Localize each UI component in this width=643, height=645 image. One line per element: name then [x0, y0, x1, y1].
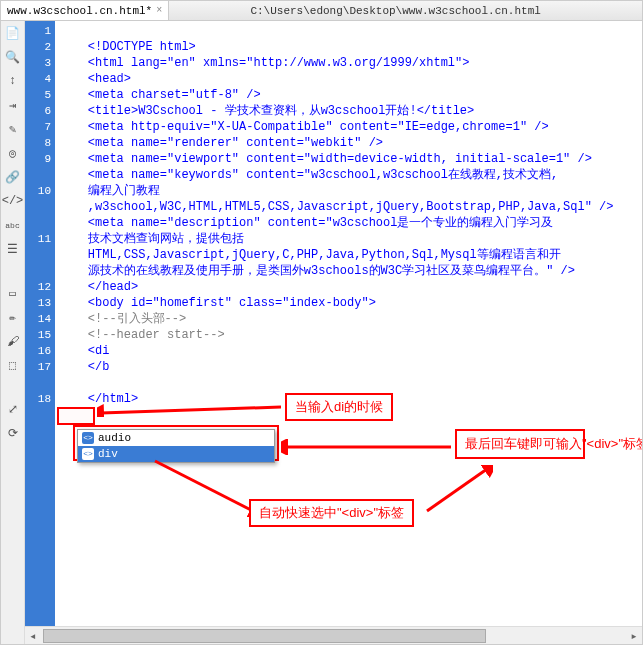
- active-tab[interactable]: www.w3cschool.cn.html* ×: [1, 1, 169, 20]
- tag-icon: <>: [82, 432, 94, 444]
- code-line[interactable]: </head>: [59, 279, 638, 295]
- horizontal-scrollbar[interactable]: ◄ ►: [25, 626, 642, 644]
- annotation-3: 自动快速选中"<div>"标签: [249, 499, 414, 527]
- svg-line-5: [155, 461, 253, 511]
- code-line[interactable]: <!DOCTYPE html>: [59, 39, 638, 55]
- code-line[interactable]: <body id="homefirst" class="index-body">: [59, 295, 638, 311]
- autocomplete-label: audio: [98, 430, 131, 446]
- code-icon[interactable]: </>: [5, 193, 21, 209]
- tab-label: www.w3cschool.cn.html*: [7, 5, 152, 17]
- brush-icon[interactable]: 🖌: [5, 333, 21, 349]
- code-line[interactable]: 技术文档查询网站，提供包括: [59, 231, 638, 247]
- sync-icon[interactable]: ⟳: [5, 425, 21, 441]
- code-line[interactable]: <meta name="keywords" content="w3cschool…: [59, 167, 638, 183]
- code-line[interactable]: HTML,CSS,Javascript,jQuery,C,PHP,Java,Py…: [59, 247, 638, 263]
- code-line[interactable]: ,w3school,W3C,HTML,HTML5,CSS,Javascript,…: [59, 199, 638, 215]
- scroll-left-icon[interactable]: ◄: [25, 628, 41, 644]
- zoom-icon[interactable]: 🔍: [5, 49, 21, 65]
- filepath-label: C:\Users\edong\Desktop\www.w3cschool.cn.…: [169, 5, 642, 17]
- titlebar: www.w3cschool.cn.html* × C:\Users\edong\…: [1, 1, 642, 21]
- code-line[interactable]: <!--引入头部-->: [59, 311, 638, 327]
- main-area: 📄 🔍 ↕ ⇥ ✎ ◎ 🔗 </> abc ☰ ▭ ✏ 🖌 ⬚ ⤢ ⟳ 1234…: [1, 21, 642, 644]
- expand-icon[interactable]: ⤢: [5, 401, 21, 417]
- code-line[interactable]: </b: [59, 359, 638, 375]
- code-line[interactable]: 编程入门教程: [59, 183, 638, 199]
- folder-icon[interactable]: ▭: [5, 285, 21, 301]
- editor-wrap: 123456789101112131415161718 <!DOCTYPE ht…: [25, 21, 642, 644]
- code-line[interactable]: <meta http-equiv="X-UA-Compatible" conte…: [59, 119, 638, 135]
- svg-line-7: [427, 469, 487, 511]
- eraser-icon[interactable]: ⬚: [5, 357, 21, 373]
- code-line[interactable]: <html lang="en" xmlns="http://www.w3.org…: [59, 55, 638, 71]
- code-line[interactable]: [59, 375, 638, 391]
- svg-line-1: [101, 407, 281, 413]
- abc-icon[interactable]: abc: [5, 217, 21, 233]
- arrow-4: [423, 465, 493, 515]
- tag-icon: <>: [82, 448, 94, 460]
- autocomplete-item[interactable]: <>audio: [78, 430, 274, 446]
- code-line[interactable]: <di: [59, 343, 638, 359]
- arrow-2: [281, 439, 453, 455]
- code-line[interactable]: <title>W3Cschool - 学技术查资料，从w3cschool开始!<…: [59, 103, 638, 119]
- left-toolbar: 📄 🔍 ↕ ⇥ ✎ ◎ 🔗 </> abc ☰ ▭ ✏ 🖌 ⬚ ⤢ ⟳: [1, 21, 25, 644]
- annotation-2: 最后回车键即可输入"<div>"标签: [455, 429, 585, 459]
- code-area[interactable]: <!DOCTYPE html> <html lang="en" xmlns="h…: [55, 21, 642, 626]
- code-line[interactable]: <meta charset="utf-8" />: [59, 87, 638, 103]
- line-gutter: 123456789101112131415161718: [25, 21, 55, 626]
- code-line[interactable]: <meta name="description" content="w3csch…: [59, 215, 638, 231]
- pencil-icon[interactable]: ✏: [5, 309, 21, 325]
- autocomplete-label: div: [98, 446, 118, 462]
- list-icon[interactable]: ☰: [5, 241, 21, 257]
- code-editor[interactable]: 123456789101112131415161718 <!DOCTYPE ht…: [25, 21, 642, 626]
- code-line[interactable]: <!--header start-->: [59, 327, 638, 343]
- highlight-typed: [57, 407, 95, 425]
- scroll-right-icon[interactable]: ►: [626, 628, 642, 644]
- scroll-thumb[interactable]: [43, 629, 486, 643]
- new-file-icon[interactable]: 📄: [5, 25, 21, 41]
- code-line[interactable]: <meta name="viewport" content="width=dev…: [59, 151, 638, 167]
- indent-icon[interactable]: ⇥: [5, 97, 21, 113]
- arrow-3: [149, 457, 259, 517]
- link-icon[interactable]: 🔗: [5, 169, 21, 185]
- code-line[interactable]: 源技术的在线教程及使用手册，是类国外w3schools的W3C学习社区及菜鸟编程…: [59, 263, 638, 279]
- toggle-icon[interactable]: ↕: [5, 73, 21, 89]
- target-icon[interactable]: ◎: [5, 145, 21, 161]
- code-line[interactable]: <head>: [59, 71, 638, 87]
- code-line[interactable]: <meta name="renderer" content="webkit" /…: [59, 135, 638, 151]
- annotation-1: 当输入di的时候: [285, 393, 393, 421]
- close-icon[interactable]: ×: [156, 5, 162, 16]
- wand-icon[interactable]: ✎: [5, 121, 21, 137]
- arrow-1: [97, 397, 283, 417]
